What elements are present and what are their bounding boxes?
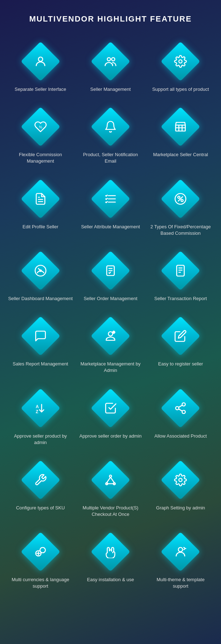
hand-wave-icon <box>102 543 119 561</box>
speedometer-icon <box>32 262 50 280</box>
feature-item-notification-email: Product, Seller Notification Email <box>78 107 143 164</box>
svg-point-40 <box>40 547 45 553</box>
bell-icon <box>102 118 119 136</box>
diamond-wrapper-marketplace-seller-central <box>161 107 200 146</box>
document-edit-icon <box>32 190 50 208</box>
feature-label-configure-sku: Configure types of SKU <box>16 505 65 511</box>
diamond-multiple-vendor-checkout <box>91 460 130 500</box>
feature-item-allow-associated-product: Allow Associated Product <box>148 388 213 446</box>
feature-label-separate-seller-interface: Separate Seller Interface <box>15 86 66 93</box>
feature-item-separate-seller-interface: Separate Seller Interface <box>8 42 73 93</box>
feature-label-seller-transaction-report: Seller Transaction Report <box>154 295 207 302</box>
diamond-approve-seller-order <box>91 388 130 428</box>
diamond-sales-report-mgmt <box>21 316 60 356</box>
feature-label-notification-email: Product, Seller Notification Email <box>78 151 143 164</box>
pencil-icon <box>171 327 189 345</box>
feature-item-approve-seller-order: Approve seller order by admin <box>78 388 143 446</box>
diamond-wrapper-notification-email <box>91 107 130 146</box>
feature-label-fixed-percentage-commission: 2 Types Of Fixed/Percentage Based Commis… <box>148 224 213 237</box>
diamond-notification-email <box>91 107 130 146</box>
feature-label-easy-installation: Easy installation & use <box>87 577 134 583</box>
features-grid: Separate Seller InterfaceSeller Manageme… <box>7 42 214 590</box>
feature-item-easy-register-seller: Easy to register seller <box>148 316 213 374</box>
diamond-seller-order-mgmt <box>91 251 130 290</box>
diamond-wrapper-seller-dashboard <box>21 251 60 290</box>
diamond-wrapper-support-all-types <box>161 42 200 81</box>
feature-label-seller-management: Seller Management <box>90 86 131 93</box>
feature-item-flexible-commission: %Flexible Commission Management <box>8 107 73 164</box>
feature-label-marketplace-seller-central: Marketplace Seller Central <box>153 151 208 158</box>
feature-label-seller-dashboard: Seller Dashboard Management <box>8 295 73 302</box>
svg-rect-18 <box>177 265 184 276</box>
svg-point-12 <box>181 199 183 201</box>
feature-label-easy-register-seller: Easy to register seller <box>158 361 203 367</box>
svg-point-43 <box>178 547 183 552</box>
feature-item-edit-profile-seller: Edit Profile Seller <box>8 179 73 237</box>
diamond-wrapper-graph-setting-admin <box>161 460 200 500</box>
gear-support-icon <box>171 52 189 70</box>
feature-label-sales-report-mgmt: Sales Report Management <box>13 361 68 367</box>
diamond-wrapper-sales-report-mgmt <box>21 316 60 356</box>
head-gear-icon <box>102 327 119 345</box>
diamond-marketplace-mgmt-admin <box>91 316 130 356</box>
feature-item-multiple-vendor-checkout: Multiple Vendor Product(S) Checkout At O… <box>78 460 143 518</box>
share-nodes-icon <box>171 399 189 417</box>
feature-label-allow-associated-product: Allow Associated Product <box>154 433 207 439</box>
diamond-wrapper-edit-profile-seller <box>21 179 60 219</box>
list-check-icon <box>102 190 119 208</box>
svg-point-22 <box>108 332 113 336</box>
feature-item-seller-attribute-mgmt: Seller Attribute Management <box>78 179 143 237</box>
diamond-wrapper-easy-installation <box>91 532 130 571</box>
diamond-wrapper-seller-transaction-report <box>161 251 200 290</box>
feature-item-support-all-types: Support all types of product <box>148 42 213 93</box>
diamond-wrapper-seller-attribute-mgmt <box>91 179 130 219</box>
feature-label-support-all-types: Support all types of product <box>152 86 209 93</box>
feature-label-seller-order-mgmt: Seller Order Management <box>84 295 137 302</box>
diamond-allow-associated-product <box>161 388 200 428</box>
diamond-wrapper-flexible-commission: % <box>21 107 60 146</box>
diamond-seller-attribute-mgmt <box>91 179 130 218</box>
svg-point-0 <box>38 57 43 61</box>
tools-icon <box>32 471 50 489</box>
feature-item-seller-transaction-report: Seller Transaction Report <box>148 251 213 302</box>
diamond-wrapper-configure-sku <box>21 460 60 500</box>
feature-item-easy-installation: Easy installation & use <box>78 532 143 589</box>
diamond-seller-transaction-report <box>161 251 200 290</box>
svg-point-38 <box>179 478 182 481</box>
svg-line-36 <box>110 477 114 482</box>
feature-label-approve-seller-order: Approve seller order by admin <box>79 433 141 439</box>
diamond-separate-seller-interface <box>21 42 60 81</box>
diamond-wrapper-seller-management <box>91 42 130 81</box>
feature-item-multi-currencies: Multi currencies & language support <box>8 532 73 589</box>
person-icon <box>32 52 50 70</box>
svg-text:A: A <box>36 404 39 409</box>
svg-text:%: % <box>39 125 42 129</box>
diamond-graph-setting-admin <box>161 460 200 500</box>
diamond-easy-register-seller <box>161 316 200 356</box>
feature-item-marketplace-mgmt-admin: Marketplace Management by Admin <box>78 316 143 374</box>
feature-item-seller-management: Seller Management <box>78 42 143 93</box>
diamond-multi-theme <box>161 532 200 571</box>
clipboard-check-icon <box>102 399 119 417</box>
diamond-wrapper-multi-currencies <box>21 532 60 571</box>
feature-label-approve-seller-product: Approve seller product by admin <box>8 433 73 446</box>
feature-label-multiple-vendor-checkout: Multiple Vendor Product(S) Checkout At O… <box>78 505 143 518</box>
feature-label-marketplace-mgmt-admin: Marketplace Management by Admin <box>78 361 143 374</box>
diamond-wrapper-easy-register-seller <box>161 316 200 356</box>
diamond-multi-currencies <box>21 532 60 571</box>
diamond-wrapper-allow-associated-product <box>161 388 200 428</box>
percent-arrow-icon <box>171 190 189 208</box>
feature-item-multi-theme: Multi-theme & template support <box>148 532 213 589</box>
diamond-easy-installation <box>91 532 130 571</box>
svg-line-35 <box>107 477 110 482</box>
person-support-icon <box>171 543 189 561</box>
diamond-seller-management <box>91 42 130 81</box>
feature-item-seller-order-mgmt: Seller Order Management <box>78 251 143 302</box>
az-sort-icon: AZ <box>32 399 50 417</box>
gear-check-icon <box>171 471 189 489</box>
diamond-wrapper-multi-theme <box>161 532 200 571</box>
feature-label-graph-setting-admin: Graph Setting by admin <box>156 505 205 511</box>
diamond-fixed-percentage-commission <box>161 179 200 218</box>
diamond-wrapper-approve-seller-product: AZ <box>21 388 60 428</box>
chat-bubble-icon <box>32 327 50 345</box>
